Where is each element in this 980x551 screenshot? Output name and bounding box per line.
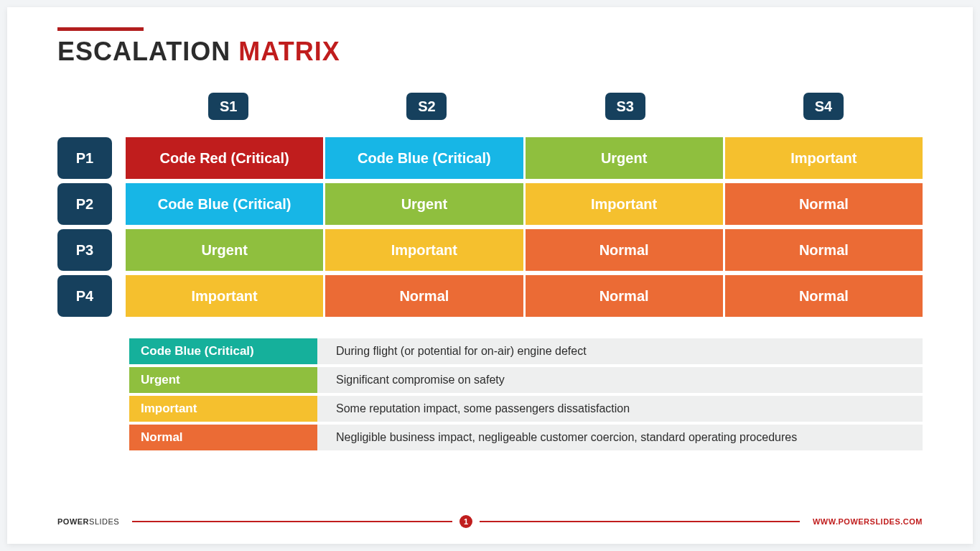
matrix-row-cells: Code Red (Critical)Code Blue (Critical)U… bbox=[126, 137, 923, 179]
title-word-1: ESCALATION bbox=[57, 37, 238, 66]
footer-brand: POWERSLIDES bbox=[57, 517, 119, 526]
legend-badge: Important bbox=[129, 396, 317, 422]
col-header-wrap: S1 bbox=[129, 85, 327, 127]
legend: Code Blue (Critical)During flight (or po… bbox=[129, 338, 923, 450]
row-header-p3: P3 bbox=[57, 229, 112, 271]
matrix-row: P3UrgentImportantNormalNormal bbox=[57, 229, 923, 271]
col-header-s2: S2 bbox=[406, 93, 447, 120]
matrix-cell: Important bbox=[325, 229, 523, 271]
matrix-cell: Normal bbox=[526, 229, 723, 271]
title-accent-bar bbox=[57, 27, 144, 31]
footer-brand-bold: POWER bbox=[57, 517, 89, 526]
legend-description: Negligible business impact, negligeable … bbox=[317, 425, 923, 450]
legend-badge: Normal bbox=[129, 425, 317, 450]
legend-description: Some reputation impact, some passengers … bbox=[317, 396, 923, 422]
matrix-row: P4ImportantNormalNormalNormal bbox=[57, 275, 923, 317]
footer-line-right bbox=[480, 521, 800, 522]
matrix-row-cells: UrgentImportantNormalNormal bbox=[126, 229, 923, 271]
row-header-p4: P4 bbox=[57, 275, 112, 317]
slide-title: ESCALATION MATRIX bbox=[57, 37, 923, 67]
matrix-cell: Normal bbox=[725, 229, 923, 271]
col-header-s4: S4 bbox=[803, 93, 844, 120]
matrix-cell: Important bbox=[526, 183, 723, 225]
slide-content: ESCALATION MATRIX S1 S2 S3 S4 P1Code Red… bbox=[57, 27, 923, 515]
col-header-s3: S3 bbox=[605, 93, 645, 120]
matrix-cell: Code Red (Critical) bbox=[126, 137, 323, 179]
legend-description: During flight (or potential for on-air) … bbox=[317, 338, 923, 364]
matrix-cell: Urgent bbox=[126, 229, 323, 271]
row-header-p1: P1 bbox=[57, 137, 112, 179]
matrix-rows: P1Code Red (Critical)Code Blue (Critical… bbox=[57, 137, 923, 317]
legend-row: ImportantSome reputation impact, some pa… bbox=[129, 396, 923, 422]
matrix-column-headers: S1 S2 S3 S4 bbox=[129, 85, 923, 127]
footer-line-left bbox=[132, 521, 452, 522]
matrix-cell: Important bbox=[126, 275, 323, 317]
matrix-cell: Normal bbox=[526, 275, 723, 317]
legend-badge: Urgent bbox=[129, 367, 317, 393]
row-header-p2: P2 bbox=[57, 183, 112, 225]
footer: POWERSLIDES 1 WWW.POWERSLIDES.COM bbox=[57, 515, 923, 528]
matrix: S1 S2 S3 S4 P1Code Red (Critical)Code Bl… bbox=[57, 85, 923, 317]
matrix-row: P2Code Blue (Critical)UrgentImportantNor… bbox=[57, 183, 923, 225]
matrix-cell: Code Blue (Critical) bbox=[325, 137, 523, 179]
matrix-cell: Important bbox=[725, 137, 923, 179]
legend-row: UrgentSignificant compromise on safety bbox=[129, 367, 923, 393]
matrix-row-cells: Code Blue (Critical)UrgentImportantNorma… bbox=[126, 183, 923, 225]
title-word-2: MATRIX bbox=[238, 37, 340, 66]
col-header-wrap: S4 bbox=[724, 85, 923, 127]
matrix-cell: Normal bbox=[325, 275, 523, 317]
footer-page-number: 1 bbox=[459, 515, 472, 528]
col-header-wrap: S3 bbox=[526, 85, 724, 127]
legend-row: Code Blue (Critical)During flight (or po… bbox=[129, 338, 923, 364]
footer-brand-rest: SLIDES bbox=[89, 517, 119, 526]
col-header-s1: S1 bbox=[208, 93, 248, 120]
footer-url: WWW.POWERSLIDES.COM bbox=[813, 517, 923, 526]
matrix-cell: Code Blue (Critical) bbox=[126, 183, 323, 225]
slide-frame: ESCALATION MATRIX S1 S2 S3 S4 P1Code Red… bbox=[7, 7, 973, 544]
matrix-cell: Normal bbox=[725, 183, 923, 225]
matrix-cell: Urgent bbox=[526, 137, 723, 179]
col-header-wrap: S2 bbox=[327, 85, 526, 127]
matrix-row: P1Code Red (Critical)Code Blue (Critical… bbox=[57, 137, 923, 179]
matrix-cell: Urgent bbox=[325, 183, 523, 225]
matrix-cell: Normal bbox=[725, 275, 923, 317]
legend-description: Significant compromise on safety bbox=[317, 367, 923, 393]
legend-row: NormalNegligible business impact, neglig… bbox=[129, 425, 923, 450]
legend-badge: Code Blue (Critical) bbox=[129, 338, 317, 364]
matrix-row-cells: ImportantNormalNormalNormal bbox=[126, 275, 923, 317]
